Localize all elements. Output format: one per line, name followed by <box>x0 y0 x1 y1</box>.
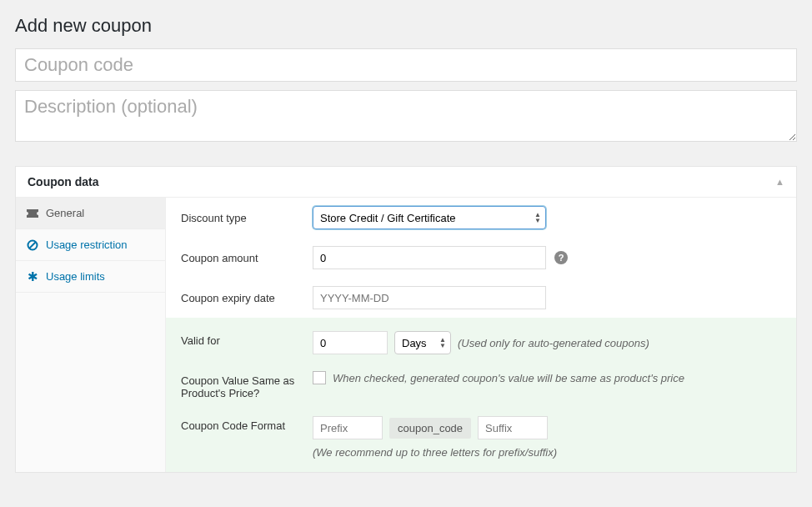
coupon-code-input[interactable] <box>15 48 797 82</box>
valid-for-label: Valid for <box>181 331 304 347</box>
valid-for-unit-select[interactable]: Days <box>394 331 451 354</box>
tab-label: Usage limits <box>46 270 105 283</box>
coupon-amount-input[interactable] <box>313 246 546 269</box>
collapse-icon[interactable]: ▲ <box>775 177 784 187</box>
tab-usage-restriction[interactable]: Usage restriction <box>16 229 165 261</box>
same-as-price-checkbox[interactable] <box>313 371 326 384</box>
tab-list: General Usage restriction ✱ Usage limits <box>16 198 166 472</box>
tab-general[interactable]: General <box>16 198 165 229</box>
tab-label: General <box>46 207 84 219</box>
expiry-input[interactable] <box>313 286 546 309</box>
page-title: Add new coupon <box>15 15 797 37</box>
limits-icon: ✱ <box>26 270 39 283</box>
suffix-input[interactable] <box>478 416 548 439</box>
panel-header[interactable]: Coupon data ▲ <box>16 167 796 198</box>
tab-label: Usage restriction <box>46 238 128 251</box>
same-as-price-hint: When checked, generated coupon's value w… <box>333 372 684 384</box>
tab-usage-limits[interactable]: ✱ Usage limits <box>16 261 165 293</box>
coupon-data-panel: Coupon data ▲ General Usage restriction … <box>15 166 797 473</box>
auto-generated-section: Valid for Days ▲▼ (Used only for auto-ge… <box>166 318 796 472</box>
code-format-hint: (We recommend up to three letters for pr… <box>313 446 557 459</box>
discount-type-label: Discount type <box>181 212 304 224</box>
code-format-label: Coupon Code Format <box>181 416 304 432</box>
code-placeholder-pill: coupon_code <box>389 418 471 439</box>
ticket-icon <box>26 209 39 218</box>
same-as-price-label: Coupon Value Same as Product's Price? <box>181 371 304 399</box>
valid-for-hint: (Used only for auto-generated coupons) <box>458 337 649 349</box>
help-icon[interactable]: ? <box>554 251 568 264</box>
prefix-input[interactable] <box>313 416 383 439</box>
tab-content: Discount type Store Credit / Gift Certif… <box>166 198 796 472</box>
panel-title: Coupon data <box>28 175 99 188</box>
valid-for-input[interactable] <box>313 331 388 354</box>
ban-icon <box>26 239 39 251</box>
coupon-amount-label: Coupon amount <box>181 252 304 264</box>
description-input[interactable] <box>15 90 797 142</box>
discount-type-select[interactable]: Store Credit / Gift Certificate <box>313 206 546 229</box>
expiry-label: Coupon expiry date <box>181 292 304 304</box>
svg-line-1 <box>29 242 36 248</box>
